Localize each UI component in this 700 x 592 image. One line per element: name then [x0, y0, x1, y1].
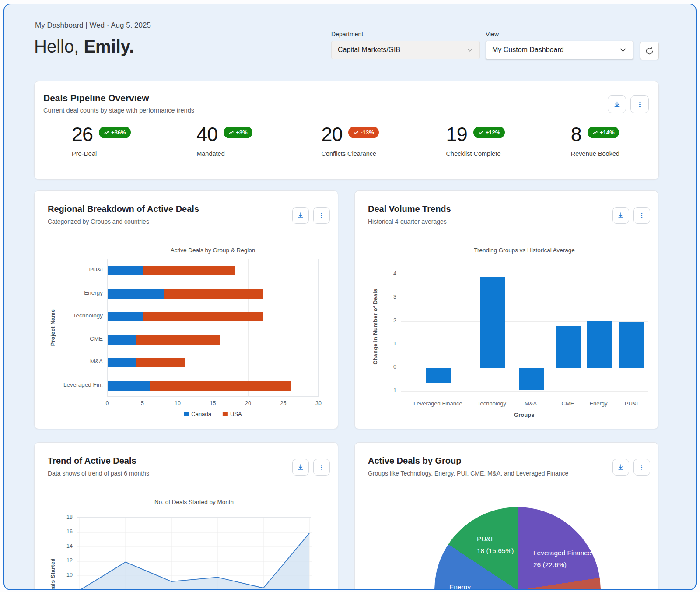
download-button[interactable] [612, 207, 629, 224]
kpi-value: 19 [446, 124, 467, 144]
x-category-label: PU&I [625, 400, 638, 407]
plot-area [77, 517, 311, 590]
card-deals-pipeline: Deals Pipeline Overview Current deal cou… [34, 81, 659, 180]
gridline [401, 275, 648, 275]
refresh-button[interactable] [640, 42, 659, 60]
y-axis-label: Project Name [50, 301, 56, 354]
card-deal-volume-trends: Deal Volume Trends Historical 4-quarter … [354, 190, 658, 429]
department-value: Capital Markets/GIB [338, 46, 400, 54]
y-tick-label: 18 [60, 514, 73, 520]
card-title: Regional Breakdown of Active Deals [48, 204, 199, 214]
trend-line-svg [77, 518, 312, 590]
y-category-label: PU&I [35, 266, 103, 273]
y-tick-label: 4 [383, 271, 396, 277]
kpi-top: 8+14% [571, 124, 658, 144]
y-category-label: M&A [35, 358, 103, 365]
gridline [318, 259, 319, 396]
bar-m-a [519, 368, 544, 390]
kpi-value: 26 [72, 124, 93, 144]
view-value: My Custom Dashboard [492, 46, 564, 54]
bar-segment-usa [136, 335, 220, 345]
legend-label: Canada [191, 411, 211, 417]
x-category-label: M&A [525, 400, 537, 407]
plot-area [401, 259, 648, 395]
breadcrumb: My Dashboard | Wed · Aug 5, 2025 [35, 21, 151, 30]
x-tick-label: 0 [106, 400, 109, 406]
bar-segment-canada [108, 335, 136, 345]
bar-cme [556, 326, 581, 368]
bar-segment-canada [108, 381, 150, 391]
y-category-label: CME [35, 335, 103, 342]
kebab-menu-button[interactable] [313, 207, 330, 224]
kpi-value: 20 [321, 124, 342, 144]
bar-energy [587, 321, 612, 368]
card-title: Active Deals by Group [368, 456, 461, 466]
bar-segment-usa [150, 381, 291, 391]
y-category-label: Technology [35, 312, 103, 319]
card-subtitle: Current deal counts by stage with perfor… [43, 107, 194, 114]
kpi-revenue-booked: 8+14%Revenue Booked [534, 124, 658, 157]
bar-segment-usa [164, 289, 262, 299]
kpi-trend-badge: +3% [224, 127, 252, 138]
legend-item-canada: Canada [184, 411, 211, 417]
kebab-menu-button[interactable] [313, 459, 330, 476]
kpi-trend-badge: +14% [588, 127, 620, 138]
download-button[interactable] [292, 207, 309, 224]
kebab-menu-button[interactable] [634, 207, 650, 224]
kebab-menu-icon [638, 463, 646, 471]
kebab-menu-button[interactable] [630, 95, 649, 113]
bar-segment-usa [143, 266, 234, 275]
kpi-top: 19+12% [446, 124, 534, 144]
kpi-pre-deal: 26+36%Pre-Deal [35, 124, 159, 157]
app-frame: My Dashboard | Wed · Aug 5, 2025 Hello, … [4, 4, 696, 590]
pie-slice-label-pu-i: PU&I 18 (15.65%) [477, 533, 514, 557]
view-select[interactable]: My Custom Dashboard [486, 41, 634, 59]
x-tick-label: 10 [175, 400, 181, 406]
y-category-label: Energy [35, 289, 103, 296]
bar-leveraged-finance [426, 368, 451, 383]
kpi-trend-badge: +12% [473, 127, 505, 138]
x-category-label: Energy [589, 400, 607, 407]
card-subtitle: Data shows of trend of past 6 months [48, 470, 149, 477]
download-icon [617, 211, 625, 219]
plot-area [107, 259, 318, 397]
gridline [284, 259, 284, 396]
card-trend-active-deals: Trend of Active Deals Data shows of tren… [34, 442, 338, 590]
pie-slice-label-leveraged-finance: Leveraged Finance 26 (22.6%) [533, 547, 592, 571]
gridline [143, 259, 143, 396]
x-tick-label: 15 [210, 400, 216, 406]
y-tick-label: 0 [383, 364, 396, 370]
download-icon [297, 463, 304, 471]
x-category-label: Leveraged Finance [413, 400, 462, 407]
kpi-delta: +3% [236, 129, 247, 136]
download-icon [617, 463, 625, 471]
x-tick-label: 30 [315, 400, 322, 406]
chart-title: Trending Groups vs Historical Average [474, 247, 574, 254]
x-tick-label: 20 [245, 400, 251, 406]
download-button[interactable] [608, 95, 626, 113]
download-button[interactable] [612, 459, 629, 476]
kpi-value: 40 [196, 124, 217, 144]
bar-segment-canada [108, 289, 164, 299]
chart-legend: CanadaUSA [184, 411, 242, 417]
kpi-top: 40+3% [196, 124, 284, 144]
download-icon [613, 100, 621, 109]
bar-segment-usa [143, 312, 263, 321]
download-button[interactable] [292, 459, 309, 476]
department-select[interactable]: Capital Markets/GIB [331, 41, 480, 59]
kpi-label: Checklist Complete [446, 150, 534, 157]
y-axis-label: Change in Number of Deals [372, 278, 378, 375]
trend-up-arrow-icon [228, 130, 234, 135]
pie-slice-label-energy: Energy [449, 581, 471, 590]
kebab-menu-button[interactable] [634, 459, 650, 476]
legend-label: USA [230, 411, 242, 417]
kpi-label: Mandated [196, 150, 284, 157]
chevron-down-icon [466, 46, 474, 54]
kpi-label: Revenue Booked [571, 150, 658, 157]
greeting-name: Emily. [84, 37, 134, 56]
y-axis-label: No. of Deals Started [50, 549, 56, 590]
kpi-conflicts-clearance: 20-13%Conflicts Clearance [284, 124, 409, 157]
legend-swatch [223, 412, 228, 416]
card-title: Trend of Active Deals [48, 456, 136, 466]
kebab-menu-icon [318, 463, 326, 471]
